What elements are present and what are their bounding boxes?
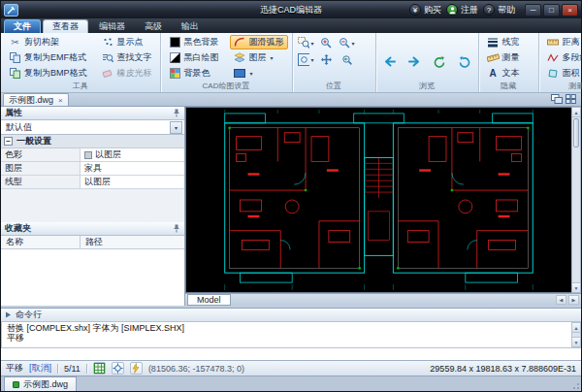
close-tab-icon[interactable]: × <box>58 96 63 105</box>
group-label-hide: 隐藏 <box>479 81 538 92</box>
current-command-label: 平移 <box>6 362 23 375</box>
command-input[interactable] <box>1 348 581 360</box>
chevron-down-icon[interactable]: ▾ <box>311 56 314 63</box>
grid-snap-icon[interactable] <box>93 362 106 375</box>
drawing-viewport[interactable] <box>185 107 571 293</box>
tab-output[interactable]: 输出 <box>173 19 208 33</box>
property-row-layer: 图层 家具 <box>1 162 184 176</box>
command-panel-header: 命令行 <box>1 309 581 322</box>
property-value-color[interactable]: 以图层 <box>81 148 184 161</box>
color-swatch-icon <box>84 151 92 159</box>
property-value-linetype[interactable]: 以图层 <box>81 176 184 188</box>
bottom-document-tab[interactable]: 示例图.dwg <box>4 376 77 391</box>
scroll-left-icon[interactable]: ◀ <box>556 295 566 305</box>
document-tab[interactable]: 示例图.dwg × <box>3 93 69 106</box>
model-tab[interactable]: Model <box>187 294 231 306</box>
ribbon-group-measure: 距离 多段线长度 面积 测量 <box>539 33 582 92</box>
zoom-extents-button[interactable]: ▾ <box>297 51 315 67</box>
next-view-button[interactable] <box>405 54 424 70</box>
zoom-in-button[interactable] <box>317 35 336 50</box>
hide-text-button[interactable]: A 文本 <box>483 66 524 81</box>
maximize-button[interactable]: □ <box>543 4 560 16</box>
hide-measure-button[interactable]: 测量 <box>483 50 524 65</box>
black-background-button[interactable]: 黑色背景 <box>165 35 223 49</box>
register-button[interactable]: 注册 <box>446 4 478 16</box>
zoom-out-button[interactable]: ▾ <box>338 35 356 50</box>
pan-button[interactable] <box>317 51 336 67</box>
tile-windows-icon[interactable] <box>566 94 576 104</box>
resize-grip[interactable] <box>570 380 580 390</box>
lightning-icon[interactable] <box>130 362 143 375</box>
osnap-icon[interactable] <box>112 362 124 375</box>
copy-emf-button[interactable]: 复制为EMF格式 <box>5 50 91 65</box>
zoom-window-button[interactable]: ▾ <box>297 35 315 50</box>
help-button[interactable]: ? 帮助 <box>483 4 515 16</box>
pin-icon[interactable] <box>173 109 180 117</box>
zoom-previous-button[interactable] <box>338 51 356 67</box>
scroll-up-icon[interactable]: ▲ <box>572 108 580 117</box>
cursor-coordinates: (81506.36; -157478.3; 0) <box>148 364 244 374</box>
tab-file[interactable]: 文件 <box>4 19 41 33</box>
chevron-down-icon[interactable]: ▾ <box>352 40 355 47</box>
hide-lineweight-button[interactable]: 线宽 <box>483 35 524 49</box>
previous-view-button[interactable] <box>380 54 399 70</box>
pin-icon[interactable] <box>173 224 180 233</box>
chevron-down-icon[interactable]: ▾ <box>311 40 314 47</box>
measure-distance-button[interactable]: 距离 <box>543 35 582 49</box>
smooth-arc-toggle[interactable]: 圆滑弧形 <box>230 35 288 49</box>
cascade-windows-icon[interactable] <box>551 94 563 104</box>
copy-bmp-button[interactable]: 复制为BMP格式 <box>5 66 91 81</box>
property-value-layer[interactable]: 家具 <box>81 162 184 175</box>
minimize-button[interactable]: ─ <box>525 4 541 16</box>
measure-polyline-length-button[interactable]: 多段线长度 <box>543 50 582 65</box>
find-text-button[interactable]: 查找文字 <box>98 50 156 65</box>
scroll-right-icon[interactable]: ▶ <box>568 295 579 305</box>
cancel-link[interactable]: [取消] <box>29 362 51 375</box>
eraser-cursor-button[interactable]: 橡皮光标 <box>98 66 156 81</box>
property-category-row[interactable]: − 一般设置 <box>1 135 184 148</box>
buy-button[interactable]: ¥ 购买 <box>409 4 441 16</box>
measure-area-button[interactable]: 面积 <box>543 66 582 81</box>
command-scrollbar[interactable]: ▲ ▼ <box>571 322 581 347</box>
undo-view-button[interactable] <box>431 54 449 70</box>
scrollbar-thumb[interactable] <box>573 118 579 147</box>
scroll-up-icon[interactable]: ▲ <box>572 323 580 333</box>
redo-view-button[interactable] <box>456 54 474 70</box>
chevron-down-icon[interactable]: ▾ <box>170 121 182 134</box>
chevron-down-icon[interactable]: ▾ <box>250 70 253 77</box>
collapse-icon[interactable]: − <box>4 137 13 146</box>
eraser-icon <box>102 68 114 80</box>
property-row-linetype: 线型 以图层 <box>1 176 184 189</box>
chevron-down-icon[interactable]: ▾ <box>271 54 274 61</box>
tab-editor[interactable]: 编辑器 <box>90 19 134 33</box>
property-preset-select[interactable]: 默认值 ▾ <box>1 120 184 135</box>
app-icon[interactable] <box>4 4 18 16</box>
color-swatch-icon <box>234 68 246 80</box>
tab-advanced[interactable]: 高级 <box>136 19 171 33</box>
person-icon <box>446 4 458 16</box>
scroll-down-icon[interactable]: ▼ <box>572 337 580 346</box>
black-white-drawing-button[interactable]: 黑白绘图 <box>165 50 223 65</box>
bottom-tab-bar: 示例图.dwg <box>1 376 581 391</box>
close-button[interactable]: × <box>562 4 578 16</box>
background-color-swatch-button[interactable]: ▾ <box>230 66 288 81</box>
ribbon-group-position: ▾ ▾ ▾ <box>293 33 376 92</box>
arc-icon <box>234 37 246 49</box>
favorites-list[interactable] <box>1 249 184 306</box>
tab-viewer[interactable]: 查看器 <box>43 19 88 33</box>
show-points-button[interactable]: 显示点 <box>98 35 156 49</box>
command-history[interactable]: 替换 [COMPLEX.shx] 字体为 [SIMPLEX.SHX] 平移 <box>1 322 571 347</box>
favorites-name-column[interactable]: 名称 <box>1 236 81 248</box>
cad-drawing <box>186 108 571 292</box>
separator <box>86 364 87 374</box>
layers-button[interactable]: 图层 ▾ <box>230 50 288 65</box>
scroll-down-icon[interactable]: ▼ <box>572 282 580 292</box>
clip-frame-button[interactable]: ✂ 剪切构架 <box>5 35 91 49</box>
left-panel: 属性 默认值 ▾ − 一般设置 色彩 以图层 图层 家具 <box>1 107 185 306</box>
background-color-button[interactable]: 背景色 <box>165 66 223 81</box>
command-line-entry: 替换 [COMPLEX.shx] 字体为 [SIMPLEX.SHX] <box>7 323 566 333</box>
favorites-path-column[interactable]: 路径 <box>81 236 184 248</box>
vertical-scrollbar[interactable]: ▲ ▼ <box>571 107 581 293</box>
ribbon-tab-bar: 文件 查看器 编辑器 高级 输出 <box>1 18 581 33</box>
copy-icon <box>9 52 21 64</box>
